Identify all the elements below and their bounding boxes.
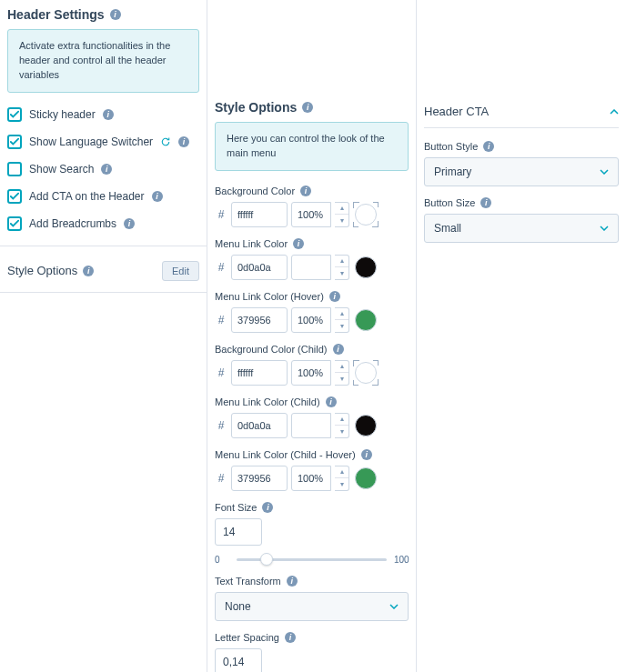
info-icon[interactable] <box>333 344 344 355</box>
opacity-input[interactable] <box>291 413 331 438</box>
hex-input[interactable] <box>231 202 288 227</box>
info-icon[interactable] <box>480 197 491 208</box>
info-icon[interactable] <box>302 102 313 113</box>
info-icon[interactable] <box>152 191 163 202</box>
checkbox-row: Add CTA on the Header <box>7 189 199 204</box>
color-field-label: Background Color <box>215 186 409 196</box>
button-size-label: Button Size <box>424 197 619 208</box>
checkbox-label: Sticky header <box>29 108 96 121</box>
header-settings-title: Header Settings <box>7 7 199 22</box>
color-field-label: Menu Link Color (Child) <box>215 396 409 407</box>
chevron-down-icon <box>600 226 609 231</box>
color-field-label: Menu Link Color <box>215 238 409 249</box>
stepper-down-icon[interactable]: ▾ <box>335 267 348 279</box>
color-swatch[interactable] <box>353 307 379 333</box>
stepper-up-icon[interactable]: ▴ <box>335 466 348 479</box>
font-size-slider[interactable] <box>237 558 387 561</box>
checkbox[interactable] <box>7 216 22 231</box>
title-text: Header Settings <box>7 7 105 22</box>
info-icon[interactable] <box>285 632 296 643</box>
slider-min: 0 <box>215 555 229 565</box>
info-icon[interactable] <box>178 136 189 147</box>
stepper-up-icon[interactable]: ▴ <box>335 308 348 321</box>
info-icon[interactable] <box>110 9 121 20</box>
info-icon[interactable] <box>262 502 273 513</box>
letter-spacing-label: Letter Spacing <box>215 632 409 643</box>
color-swatch[interactable] <box>353 413 379 438</box>
color-field-label: Background Color (Child) <box>215 344 409 355</box>
checkbox-row: Show Language Switcher <box>7 135 199 149</box>
button-style-select[interactable]: Primary <box>424 157 619 186</box>
select-value: Small <box>434 222 461 235</box>
text-transform-select[interactable]: None <box>215 592 409 621</box>
stepper-up-icon[interactable]: ▴ <box>335 361 348 374</box>
hash-label: # <box>215 472 227 485</box>
opacity-stepper[interactable]: ▴ ▾ <box>335 307 349 333</box>
hex-input[interactable] <box>231 413 288 438</box>
info-icon[interactable] <box>300 186 311 196</box>
button-size-select[interactable]: Small <box>424 214 619 243</box>
info-icon[interactable] <box>103 109 114 120</box>
opacity-stepper[interactable]: ▴ ▾ <box>335 413 349 438</box>
hash-label: # <box>215 208 227 221</box>
edit-button[interactable]: Edit <box>162 261 199 281</box>
info-icon[interactable] <box>326 396 337 407</box>
opacity-stepper[interactable]: ▴ ▾ <box>335 255 349 280</box>
stepper-up-icon[interactable]: ▴ <box>335 256 348 268</box>
stepper-down-icon[interactable]: ▾ <box>335 320 348 332</box>
hash-label: # <box>215 366 227 379</box>
info-icon[interactable] <box>361 449 372 460</box>
checkbox-label: Add Breadcrumbs <box>29 217 116 230</box>
hash-label: # <box>215 314 227 326</box>
opacity-input[interactable] <box>291 360 331 386</box>
stepper-up-icon[interactable]: ▴ <box>335 203 348 216</box>
font-size-input[interactable] <box>215 518 262 546</box>
chevron-down-icon <box>389 604 399 609</box>
opacity-input[interactable] <box>291 466 331 491</box>
slider-thumb[interactable] <box>260 553 273 566</box>
checkbox[interactable] <box>7 107 22 122</box>
info-icon[interactable] <box>287 576 298 587</box>
info-icon[interactable] <box>83 266 94 276</box>
checkbox-label: Add CTA on the Header <box>29 190 145 203</box>
opacity-input[interactable] <box>291 202 331 227</box>
checkbox[interactable] <box>7 135 22 149</box>
color-swatch[interactable] <box>353 255 379 280</box>
stepper-down-icon[interactable]: ▾ <box>335 426 348 437</box>
info-icon[interactable] <box>101 164 112 175</box>
style-options-row[interactable]: Style Options <box>7 264 94 277</box>
info-icon[interactable] <box>329 291 340 302</box>
stepper-down-icon[interactable]: ▾ <box>335 373 348 385</box>
stepper-up-icon[interactable]: ▴ <box>335 414 348 426</box>
checkbox-row: Show Search <box>7 162 199 176</box>
select-value: None <box>225 600 251 613</box>
color-swatch[interactable] <box>353 466 379 491</box>
slider-max: 100 <box>394 555 409 565</box>
color-swatch[interactable] <box>353 202 379 227</box>
hex-input[interactable] <box>231 255 288 280</box>
opacity-stepper[interactable]: ▴ ▾ <box>335 202 349 227</box>
checkbox-label: Show Language Switcher <box>29 135 153 148</box>
opacity-input[interactable] <box>291 307 331 333</box>
color-field-label: Menu Link Color (Hover) <box>215 291 409 302</box>
font-size-label: Font Size <box>215 502 409 513</box>
divider <box>0 292 207 293</box>
letter-spacing-input[interactable] <box>215 648 262 672</box>
header-cta-accordion[interactable]: Header CTA <box>424 105 619 128</box>
checkbox[interactable] <box>7 189 22 204</box>
select-value: Primary <box>434 165 471 178</box>
stepper-down-icon[interactable]: ▾ <box>335 215 348 226</box>
style-hint: Here you can control the look of the mai… <box>215 122 409 171</box>
info-icon[interactable] <box>483 141 494 152</box>
opacity-stepper[interactable]: ▴ ▾ <box>335 360 349 386</box>
info-icon[interactable] <box>124 218 135 229</box>
opacity-stepper[interactable]: ▴ ▾ <box>335 466 349 491</box>
color-swatch[interactable] <box>353 360 379 386</box>
info-icon[interactable] <box>293 238 304 249</box>
checkbox[interactable] <box>7 162 22 176</box>
opacity-input[interactable] <box>291 255 331 280</box>
hex-input[interactable] <box>231 360 288 386</box>
stepper-down-icon[interactable]: ▾ <box>335 478 348 490</box>
hex-input[interactable] <box>231 466 288 491</box>
hex-input[interactable] <box>231 307 288 333</box>
